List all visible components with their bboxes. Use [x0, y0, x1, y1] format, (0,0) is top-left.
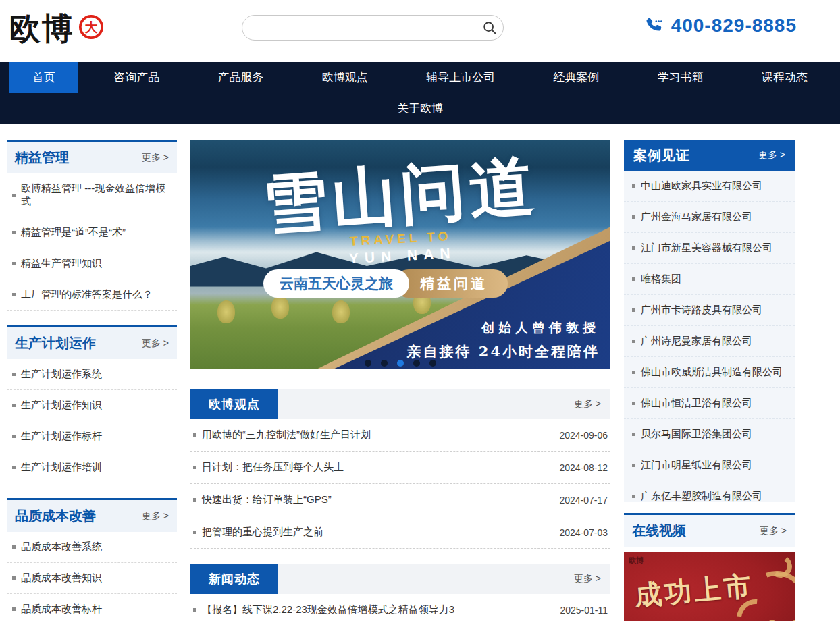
hero-caption-line2: 亲自接待 24小时全程陪伴 [406, 342, 600, 361]
section-title: 生产计划运作 [15, 334, 96, 352]
carousel-dots [365, 360, 436, 367]
list-item[interactable]: 生产计划运作培训 [7, 452, 177, 483]
hero-pill-trip: 云南五天心灵之旅 [263, 269, 409, 298]
news-header: 欧博观点 更多 > [190, 389, 610, 419]
case-item[interactable]: 江门市明星纸业有限公司 [624, 450, 795, 481]
nav-item[interactable]: 辅导上市公司 [403, 62, 518, 93]
more-link[interactable]: 更多 > [142, 510, 169, 522]
bullet-icon [193, 608, 196, 612]
more-link[interactable]: 更多 > [760, 525, 787, 537]
section-production-planning: 生产计划运作 更多 > 生产计划运作系统 生产计划运作知识 [7, 325, 177, 483]
nav-row-1: 首页 咨询产品 产品服务 欧博观点 辅导上市公司 经典案例 学习书籍 课程动态 [0, 62, 840, 93]
list-item[interactable]: 生产计划运作标杆 [7, 421, 177, 452]
bullet-icon [12, 608, 16, 611]
list-item[interactable]: 品质成本改善系统 [7, 532, 177, 563]
section-list: 品质成本改善系统 品质成本改善知识 品质成本改善标杆 品质成本改 [7, 532, 177, 621]
bullet-icon [12, 404, 16, 407]
nav-item[interactable]: 欧博观点 [299, 62, 391, 93]
list-item[interactable]: 精益生产管理知识 [7, 248, 177, 279]
hero-caption-line1: 创始人曾伟教授 [406, 319, 600, 337]
case-item[interactable]: 广东亿丰塑胶制造有限公司 [624, 481, 795, 502]
more-link[interactable]: 更多 > [574, 573, 610, 585]
bullet-icon [12, 262, 16, 265]
video-thumbnail[interactable]: 欧博 成功上市 欧博22年 初心不变 帮助企业管理同提升 [624, 552, 795, 621]
nav-item[interactable]: 首页 [9, 62, 78, 93]
phone-number: 400-829-8885 [671, 15, 797, 36]
left-sidebar: 精益管理 更多 > 欧博精益管理 ---现金效益倍增模式 精益管理是“道”不是“… [7, 140, 177, 621]
news-header: 新闻动态 更多 > [190, 564, 610, 594]
section-title: 精益管理 [15, 148, 69, 167]
more-link[interactable]: 更多 > [574, 398, 610, 410]
news-row[interactable]: 用欧博的“三九控制法”做好生产日计划 2024-09-06 [190, 419, 610, 452]
case-item[interactable]: 唯格集团 [624, 264, 795, 295]
search-button[interactable] [476, 16, 503, 40]
case-item[interactable]: 广州市卡诗路皮具有限公司 [624, 295, 795, 326]
case-item[interactable]: 佛山市恒洁卫浴有限公司 [624, 388, 795, 419]
list-item[interactable]: 工厂管理的标准答案是什么？ [7, 279, 177, 310]
video-title: 在线视频 [632, 522, 686, 540]
news-row[interactable]: 【报名】线下课2.22-23现金效益倍增模式之精益领导力3 2025-01-11 [190, 594, 610, 621]
cases-list: 中山迪欧家具实业有限公司 广州金海马家居有限公司 江门市新星美容器械有限公司 [624, 171, 795, 502]
bullet-icon [12, 373, 16, 376]
section-case-testimonials: 案例见证 更多 > 中山迪欧家具实业有限公司 广州金海马家居有限公司 [624, 140, 795, 502]
hero-tree-art [332, 300, 350, 323]
section-list: 生产计划运作系统 生产计划运作知识 生产计划运作标杆 生产计划运 [7, 359, 177, 483]
section-oubo-views: 欧博观点 更多 > 用欧博的“三九控制法”做好生产日计划 2024-09-06 [190, 389, 610, 549]
news-tab-title[interactable]: 新闻动态 [190, 564, 278, 594]
bullet-icon [193, 498, 196, 502]
bullet-icon [632, 433, 635, 436]
news-list: 用欧博的“三九控制法”做好生产日计划 2024-09-06 日计划：把任务压到每… [190, 419, 610, 549]
list-item[interactable]: 精益管理是“道”不是“术” [7, 217, 177, 248]
cases-title: 案例见证 [633, 146, 690, 165]
case-item[interactable]: 广州诗尼曼家居有限公司 [624, 326, 795, 357]
carousel-dot[interactable] [429, 360, 436, 367]
carousel-dot[interactable] [365, 360, 371, 367]
list-item[interactable]: 品质成本改善标杆 [7, 594, 177, 621]
nav-item[interactable]: 课程动态 [739, 62, 831, 93]
list-item[interactable]: 生产计划运作知识 [7, 390, 177, 421]
carousel-dot[interactable] [413, 360, 420, 367]
bullet-icon [12, 545, 16, 549]
hero-caption: 创始人曾伟教授 亲自接待 24小时全程陪伴 [406, 319, 600, 361]
bullet-icon [12, 435, 16, 438]
more-link[interactable]: 更多 > [142, 152, 169, 164]
right-sidebar: 案例见证 更多 > 中山迪欧家具实业有限公司 广州金海马家居有限公司 [624, 140, 795, 621]
hero-banner[interactable]: 雪山问道 TRAVEL TO YUN NAN 云南五天心灵之旅 精益问道 创始人… [190, 140, 610, 369]
section-news-updates: 新闻动态 更多 > 【报名】线下课2.22-23现金效益倍增模式之精益领导力3 … [190, 564, 610, 621]
list-item[interactable]: 品质成本改善知识 [7, 563, 177, 594]
hero-title: 雪山问道 [261, 153, 540, 237]
logo-seal-icon: 大 [78, 14, 104, 40]
nav-item[interactable]: 产品服务 [195, 62, 287, 93]
case-item[interactable]: 中山迪欧家具实业有限公司 [624, 171, 795, 202]
bullet-icon [632, 402, 635, 405]
nav-item[interactable]: 学习书籍 [635, 62, 727, 93]
nav-item[interactable]: 关于欧博 [374, 93, 466, 124]
bullet-icon [12, 576, 16, 580]
bullet-icon [193, 531, 196, 534]
more-link[interactable]: 更多 > [142, 338, 169, 350]
case-item[interactable]: 贝尔马国际卫浴集团公司 [624, 419, 795, 450]
section-lean-management: 精益管理 更多 > 欧博精益管理 ---现金效益倍增模式 精益管理是“道”不是“… [7, 140, 177, 310]
carousel-dot[interactable] [381, 360, 388, 367]
case-item[interactable]: 广州金海马家居有限公司 [624, 202, 795, 233]
case-item[interactable]: 佛山市欧威斯洁具制造有限公司 [624, 357, 795, 388]
news-tab-title[interactable]: 欧博观点 [190, 389, 278, 419]
site-logo[interactable]: 欧博 大 [9, 8, 104, 50]
hero-pills: 云南五天心灵之旅 精益问道 [263, 269, 508, 298]
news-row[interactable]: 快速出货：给订单装上“GPS” 2024-07-17 [190, 484, 610, 516]
nav-item[interactable]: 咨询产品 [90, 62, 182, 93]
bullet-icon [632, 277, 635, 281]
news-row[interactable]: 把管理的重心提到生产之前 2024-07-03 [190, 516, 610, 549]
phone-icon [644, 16, 664, 36]
list-item[interactable]: 生产计划运作系统 [7, 359, 177, 390]
thumb-logo-text: 欧博 [629, 556, 644, 566]
nav-item[interactable]: 经典案例 [530, 62, 622, 93]
case-item[interactable]: 江门市新星美容器械有限公司 [624, 233, 795, 264]
hero-tree-art [217, 300, 235, 323]
list-item[interactable]: 欧博精益管理 ---现金效益倍增模式 [7, 173, 177, 217]
news-date: 2024-07-17 [559, 495, 608, 506]
search-input[interactable] [242, 16, 476, 40]
more-link[interactable]: 更多 > [758, 149, 785, 161]
carousel-dot[interactable] [397, 360, 404, 367]
news-row[interactable]: 日计划：把任务压到每个人头上 2024-08-12 [190, 452, 610, 484]
